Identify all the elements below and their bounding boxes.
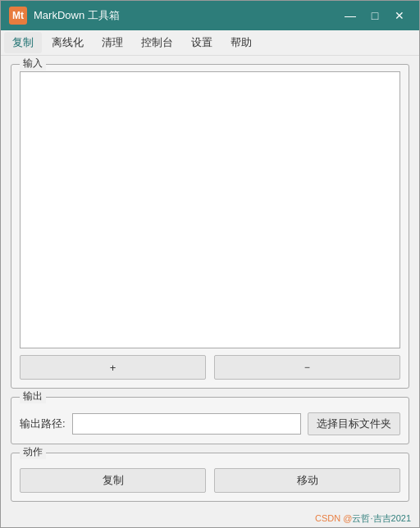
- menu-item-offline[interactable]: 离线化: [43, 32, 92, 53]
- footer-user: 云哲·吉吉2021: [352, 513, 411, 523]
- input-buttons: + －: [20, 355, 400, 380]
- input-legend: 输入: [20, 57, 46, 71]
- title-bar: Mt MarkDown 工具箱 — □ ✕: [1, 1, 419, 30]
- app-logo: Mt: [9, 7, 27, 25]
- remove-button[interactable]: －: [214, 355, 400, 380]
- output-legend: 输出: [20, 389, 46, 403]
- content-area: 输入 + － 输出 输出路径: 选择目标文件夹 动作: [1, 56, 419, 510]
- copy-action-button[interactable]: 复制: [20, 468, 206, 493]
- input-textarea[interactable]: [20, 71, 400, 348]
- menu-item-settings[interactable]: 设置: [183, 32, 221, 53]
- app-title: MarkDown 工具箱: [34, 8, 339, 23]
- output-row: 输出路径: 选择目标文件夹: [20, 412, 400, 435]
- minimize-button[interactable]: —: [339, 7, 362, 25]
- footer: CSDN @云哲·吉吉2021: [1, 510, 419, 527]
- menu-bar: 复制 离线化 清理 控制台 设置 帮助: [1, 30, 419, 56]
- close-button[interactable]: ✕: [388, 7, 411, 25]
- output-group-box: 输出 输出路径: 选择目标文件夹: [11, 397, 409, 444]
- maximize-button[interactable]: □: [363, 7, 386, 25]
- input-group: 输入 + －: [11, 64, 409, 389]
- move-action-button[interactable]: 移动: [214, 468, 400, 493]
- action-legend: 动作: [20, 445, 46, 459]
- input-group-box: 输入 + －: [11, 64, 409, 389]
- select-folder-button[interactable]: 选择目标文件夹: [308, 412, 400, 435]
- action-buttons: 复制 移动: [20, 468, 400, 493]
- menu-item-help[interactable]: 帮助: [222, 32, 260, 53]
- output-path-input[interactable]: [72, 413, 301, 435]
- main-window: Mt MarkDown 工具箱 — □ ✕ 复制 离线化 清理 控制台 设置 帮…: [0, 0, 420, 528]
- window-controls: — □ ✕: [339, 7, 411, 25]
- menu-item-console[interactable]: 控制台: [133, 32, 181, 53]
- menu-item-clean[interactable]: 清理: [94, 32, 131, 53]
- footer-csdn-prefix: CSDN @: [315, 513, 352, 523]
- action-group-box: 动作 复制 移动: [11, 453, 409, 502]
- add-button[interactable]: +: [20, 355, 206, 380]
- output-group: 输出 输出路径: 选择目标文件夹: [11, 397, 409, 444]
- output-path-label: 输出路径:: [20, 416, 66, 431]
- action-group: 动作 复制 移动: [11, 453, 409, 502]
- menu-item-copy[interactable]: 复制: [4, 32, 42, 53]
